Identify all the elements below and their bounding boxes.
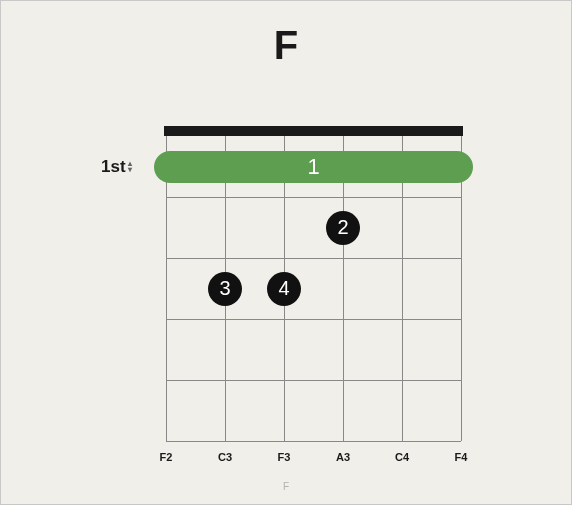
stepper-icon[interactable]: ▴ ▾ [128, 161, 132, 173]
chord-title: F [1, 23, 571, 68]
fret-position-label: 1st [101, 157, 126, 177]
fret-line [166, 197, 461, 198]
string-note-label: A3 [336, 451, 350, 463]
finger-dot: 2 [326, 211, 360, 245]
barre: 1 [154, 151, 473, 183]
stepper-down-icon[interactable]: ▾ [128, 167, 132, 173]
string-note-label: C3 [218, 451, 232, 463]
fret-line [166, 441, 461, 442]
nut [164, 126, 463, 136]
string-note-label: F4 [455, 451, 468, 463]
string-note-label: C4 [395, 451, 409, 463]
fret-line [166, 380, 461, 381]
finger-dot: 4 [267, 272, 301, 306]
fret-line [166, 258, 461, 259]
fret-line [166, 319, 461, 320]
string-note-label: F3 [278, 451, 291, 463]
finger-dot: 3 [208, 272, 242, 306]
fret-position-stepper[interactable]: 1st ▴ ▾ [101, 157, 132, 177]
string-note-label: F2 [160, 451, 173, 463]
fretboard: 1234F2C3F3A3C4F4 [166, 126, 461, 441]
footer-caption: F [1, 481, 571, 492]
